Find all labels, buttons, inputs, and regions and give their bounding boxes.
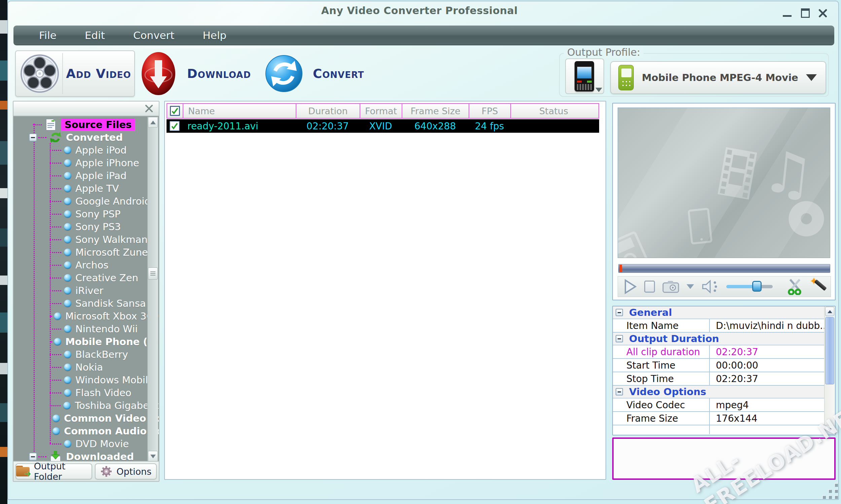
resize-grip[interactable]	[823, 484, 840, 501]
effects-wand-button[interactable]: ✦	[810, 278, 825, 295]
tree-item-windows-mobile[interactable]: Windows Mobile	[14, 374, 159, 386]
tree-item-microsoft-zune[interactable]: Microsoft Zune	[14, 246, 159, 259]
collapse-toggle-icon[interactable]	[29, 133, 37, 142]
tree-item-blackberry[interactable]: BlackBerry	[14, 348, 159, 361]
tree-item-nintendo-wii[interactable]: Nintendo Wii	[14, 323, 159, 335]
volume-icon[interactable]	[701, 279, 719, 294]
volume-slider[interactable]	[726, 285, 773, 288]
arrow-up-icon	[827, 310, 832, 313]
tree-item-iriver[interactable]: iRiver	[14, 284, 159, 297]
collapse-toggle-icon[interactable]	[29, 453, 37, 461]
music-note-icon: ♫	[760, 142, 817, 205]
checkbox-checked-icon[interactable]	[170, 106, 180, 116]
column-header-fps[interactable]: FPS	[469, 104, 511, 118]
tree-item-apple-tv[interactable]: Apple TV	[14, 182, 159, 195]
clip-scissors-button[interactable]	[788, 278, 803, 295]
column-header-duration[interactable]: Duration	[296, 104, 360, 118]
tree-item-archos[interactable]: Archos	[14, 259, 159, 271]
cell-name: ready-2011.avi	[183, 119, 296, 133]
tree-item-apple-ipad[interactable]: Apple iPad	[14, 169, 159, 182]
device-bullet-icon	[64, 440, 71, 448]
seek-position-marker[interactable]	[619, 265, 622, 272]
arrow-up-icon	[150, 121, 156, 124]
convert-button[interactable]: Convert	[265, 50, 364, 97]
select-all-checkbox-cell[interactable]	[167, 104, 183, 118]
tree-item-sandisk-sansa[interactable]: Sandisk Sansa	[14, 297, 159, 310]
output-profile-label: Output Profile:	[564, 47, 643, 58]
options-button[interactable]: Options	[95, 463, 157, 480]
row-checkbox-cell[interactable]	[167, 119, 183, 133]
tree-item-common-video-formats[interactable]: Common Video For	[14, 412, 159, 425]
close-button[interactable]	[816, 7, 830, 19]
profile-value: Mobile Phone MPEG-4 Movie (*.mp4)	[642, 72, 798, 83]
film-reel-icon	[20, 54, 59, 93]
scroll-down-button[interactable]	[825, 425, 834, 434]
gear-icon	[100, 465, 113, 478]
checkbox-checked-icon[interactable]	[170, 121, 179, 131]
property-value[interactable]: 02:20:37	[709, 372, 824, 385]
device-profile-button[interactable]	[565, 58, 604, 94]
file-row[interactable]: ready-2011.avi 02:20:37 XVID 640x288 24 …	[167, 119, 599, 133]
device-bullet-icon	[63, 402, 71, 409]
tree-item-mobile-phone[interactable]: Mobile Phone (9)	[14, 335, 159, 348]
output-folder-button[interactable]: ➜ Output Folder	[16, 463, 92, 480]
snapshot-button[interactable]	[663, 280, 679, 293]
menu-edit[interactable]: Edit	[71, 25, 119, 45]
scroll-up-button[interactable]	[825, 307, 834, 316]
tree-item-sony-ps3[interactable]: Sony PS3	[14, 220, 159, 233]
add-video-button[interactable]: Add Video	[15, 50, 135, 97]
play-button[interactable]	[623, 279, 637, 294]
download-button[interactable]: Download	[140, 50, 251, 97]
section-collapse-icon[interactable]	[616, 309, 623, 316]
snapshot-menu-arrow[interactable]	[687, 284, 694, 289]
seek-bar[interactable]	[618, 264, 830, 273]
tree-item-apple-iphone[interactable]: Apple iPhone	[14, 157, 159, 169]
column-header-status[interactable]: Status	[511, 104, 597, 118]
tree-item-google-android[interactable]: Google Android	[14, 195, 159, 208]
properties-scrollbar[interactable]	[824, 306, 835, 435]
column-header-frame-size[interactable]: Frame Size	[402, 104, 469, 118]
property-value[interactable]: 176x144	[709, 412, 824, 425]
property-value[interactable]: 00:00:00	[709, 359, 824, 372]
device-bullet-icon	[64, 262, 71, 269]
cell-format: XVID	[360, 119, 402, 133]
scroll-up-button[interactable]	[148, 117, 158, 128]
property-value[interactable]: 02:20:37	[709, 345, 824, 358]
maximize-button[interactable]	[798, 7, 813, 19]
tree-item-sony-psp[interactable]: Sony PSP	[14, 208, 159, 220]
tree-item-source-files[interactable]: Source Files	[14, 118, 159, 131]
download-icon	[140, 51, 177, 96]
tree-scrollbar[interactable]	[147, 117, 158, 462]
scrollbar-thumb[interactable]	[148, 268, 158, 280]
tree-item-downloaded[interactable]: Downloaded	[14, 450, 159, 462]
tree-item-converted[interactable]: Converted	[14, 131, 159, 144]
device-bullet-icon	[54, 312, 61, 320]
tree-item-dvd-movie[interactable]: DVD Movie	[14, 437, 159, 450]
menu-file[interactable]: File	[25, 25, 71, 45]
tree-item-xbox-360[interactable]: Microsoft Xbox 360	[14, 310, 159, 323]
scrollbar-thumb[interactable]	[825, 317, 834, 384]
tree-item-apple-ipod[interactable]: Apple iPod	[14, 144, 159, 157]
panel-close-icon[interactable]	[144, 104, 154, 113]
tree-item-flash-video[interactable]: Flash Video	[14, 386, 159, 399]
minimize-button[interactable]	[780, 7, 794, 19]
output-folder-label: Output Folder	[34, 461, 92, 482]
property-value[interactable]: mpeg4	[709, 398, 824, 411]
tree-item-nokia[interactable]: Nokia	[14, 361, 159, 374]
tree-item-toshiba-gigabeat[interactable]: Toshiba Gigabeat	[14, 399, 159, 412]
tree-item-sony-walkman[interactable]: Sony Walkman	[14, 233, 159, 246]
tree-item-common-audio-formats[interactable]: Common Audio For	[14, 425, 159, 437]
profile-dropdown[interactable]: Mobile Phone MPEG-4 Movie (*.mp4)	[610, 61, 826, 94]
menu-help[interactable]: Help	[189, 25, 241, 45]
property-value[interactable]: D:\muviz\hindi n dubb...	[709, 319, 824, 332]
section-collapse-icon[interactable]	[616, 335, 623, 342]
tree-item-creative-zen[interactable]: Creative Zen	[14, 271, 159, 284]
scroll-down-button[interactable]	[148, 451, 158, 462]
stop-button[interactable]	[644, 281, 655, 293]
column-header-format[interactable]: Format	[360, 104, 402, 118]
column-header-name[interactable]: Name	[183, 104, 296, 118]
menu-convert[interactable]: Convert	[119, 25, 189, 45]
section-collapse-icon[interactable]	[616, 388, 623, 395]
property-row-item-name: Item Name D:\muviz\hindi n dubb...	[613, 319, 824, 332]
volume-slider-thumb[interactable]	[752, 281, 761, 292]
